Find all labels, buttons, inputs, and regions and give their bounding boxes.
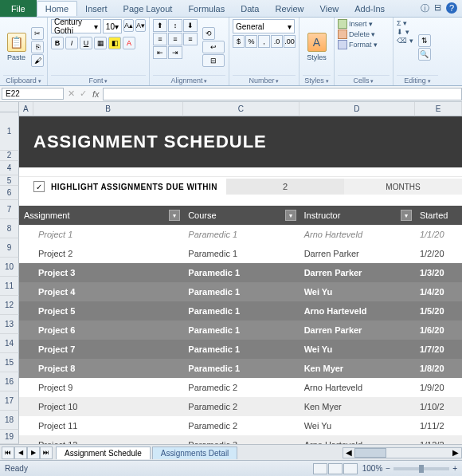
paste-button[interactable]: 📋 Paste (3, 19, 29, 75)
cancel-formula-icon[interactable]: ✕ (65, 89, 77, 99)
cell[interactable]: Project 1 (33, 225, 183, 244)
italic-button[interactable]: I (65, 37, 78, 49)
col-header[interactable]: E (415, 102, 462, 116)
fill-color-button[interactable]: ◧ (108, 37, 121, 49)
filter-dropdown-icon[interactable]: ▾ (169, 210, 180, 221)
clear-button[interactable]: ⌫ ▾ (397, 37, 413, 45)
row-header[interactable]: 2 (0, 151, 19, 161)
currency-button[interactable]: $ (233, 35, 245, 48)
tab-data[interactable]: Data (233, 2, 267, 16)
cell[interactable]: Paramedic 1 (183, 263, 299, 282)
cell[interactable]: Paramedic 1 (183, 225, 299, 244)
cell[interactable] (19, 282, 33, 301)
find-select-button[interactable]: 🔍 (418, 48, 431, 61)
row-header[interactable]: 15 (0, 353, 19, 372)
col-instructor[interactable]: Instructor▾ (300, 206, 415, 225)
zoom-in-button[interactable]: + (452, 464, 457, 473)
cell[interactable]: Ken Myer (300, 397, 415, 416)
cell[interactable]: 1/2/20 (415, 244, 462, 263)
cell[interactable] (19, 321, 33, 340)
col-header[interactable]: A (19, 102, 33, 116)
cell[interactable]: 1/8/20 (415, 359, 462, 378)
horizontal-scrollbar[interactable]: ◀ ▶ (343, 447, 462, 458)
cell[interactable]: 1/3/20 (415, 263, 462, 282)
cell[interactable]: Ken Myer (300, 359, 415, 378)
cell[interactable]: Paramedic 3 (183, 435, 299, 444)
cell[interactable]: Project 4 (33, 282, 183, 301)
cell[interactable]: Paramedic 1 (183, 282, 299, 301)
table-row[interactable]: Project 9Paramedic 2Arno Harteveld1/9/20 (19, 378, 462, 397)
help-question-icon[interactable]: ? (446, 2, 457, 14)
delete-cells-button[interactable]: Delete ▾ (338, 30, 378, 39)
cell[interactable]: 1/10/2 (415, 397, 462, 416)
row-header[interactable]: 4 (0, 161, 19, 175)
cell[interactable]: Paramedic 1 (183, 359, 299, 378)
row-header[interactable]: 19 (0, 430, 19, 444)
cell[interactable] (19, 359, 33, 378)
col-header[interactable]: B (33, 102, 184, 116)
prev-sheet-button[interactable]: ◀ (14, 446, 27, 459)
enter-formula-icon[interactable]: ✓ (77, 89, 89, 99)
cell[interactable]: Wei Yu (300, 416, 415, 435)
formula-input[interactable] (103, 88, 462, 100)
cut-button[interactable]: ✂ (31, 27, 44, 40)
wrap-text-button[interactable]: ↩ (202, 41, 225, 53)
cell[interactable]: Wei Yu (300, 340, 415, 359)
cell[interactable] (19, 225, 33, 244)
cell[interactable] (19, 301, 33, 321)
underline-button[interactable]: U (80, 37, 92, 49)
grow-font-button[interactable]: A▴ (123, 19, 134, 32)
cell[interactable]: 1/11/2 (415, 416, 462, 435)
font-color-button[interactable]: A (123, 37, 135, 49)
cell[interactable]: Project 2 (33, 244, 183, 263)
row-header[interactable]: 14 (0, 334, 19, 353)
tab-review[interactable]: Review (267, 2, 311, 16)
table-row[interactable]: Project 7Paramedic 1Wei Yu1/7/20 (19, 340, 462, 359)
table-row[interactable]: Project 5Paramedic 1Arno Harteveld1/5/20 (19, 301, 462, 321)
table-row[interactable]: Project 2Paramedic 1Darren Parker1/2/20 (19, 244, 462, 263)
format-cells-button[interactable]: Format ▾ (338, 40, 378, 49)
help-icon[interactable]: ⓘ (421, 2, 429, 14)
cell[interactable]: Project 11 (33, 416, 183, 435)
last-sheet-button[interactable]: ⏭ (40, 446, 53, 459)
col-header[interactable]: D (300, 102, 415, 116)
cell[interactable]: 1/9/20 (415, 378, 462, 397)
cell[interactable] (19, 378, 33, 397)
table-row[interactable]: Project 3Paramedic 1Darren Parker1/3/20 (19, 263, 462, 282)
table-row[interactable]: Project 12Paramedic 3Arno Harteveld1/12/… (19, 435, 462, 444)
filter-dropdown-icon[interactable]: ▾ (401, 210, 412, 221)
tab-formulas[interactable]: Formulas (180, 2, 233, 16)
cell[interactable]: Project 10 (33, 397, 183, 416)
cell[interactable]: Project 12 (33, 435, 183, 444)
cell[interactable]: Paramedic 1 (183, 340, 299, 359)
cell[interactable]: Project 7 (33, 340, 183, 359)
cell[interactable]: Darren Parker (300, 244, 415, 263)
increase-indent-button[interactable]: ⇥ (168, 46, 182, 59)
zoom-slider[interactable] (393, 467, 449, 470)
row-header[interactable]: 9 (0, 238, 19, 258)
number-format-select[interactable]: General▾ (233, 19, 295, 33)
cell[interactable] (19, 416, 33, 435)
percent-button[interactable]: % (245, 35, 257, 48)
align-right-button[interactable]: ≡ (183, 33, 198, 45)
cell[interactable]: Project 9 (33, 378, 183, 397)
minimize-ribbon-icon[interactable]: ⊟ (434, 2, 441, 14)
row-header[interactable]: 6 (0, 186, 19, 200)
styles-button[interactable]: A Styles (303, 19, 331, 75)
cell[interactable] (19, 196, 462, 206)
tab-addins[interactable]: Add-Ins (346, 2, 393, 16)
cell[interactable] (19, 263, 33, 282)
cell[interactable]: Paramedic 2 (183, 378, 299, 397)
cell[interactable]: Paramedic 1 (183, 244, 299, 263)
cell[interactable]: Project 5 (33, 301, 183, 321)
row-header[interactable]: 17 (0, 391, 19, 411)
highlight-unit-cell[interactable]: MONTHS (344, 179, 462, 195)
tab-home[interactable]: Home (37, 1, 77, 16)
insert-cells-button[interactable]: Insert ▾ (338, 19, 378, 29)
align-center-button[interactable]: ≡ (168, 33, 182, 45)
cell[interactable]: 1/1/20 (415, 225, 462, 244)
scroll-thumb[interactable] (354, 448, 386, 458)
cell[interactable]: Paramedic 1 (183, 301, 299, 321)
highlight-value-cell[interactable]: 2 (226, 179, 344, 195)
cell[interactable]: 1/5/20 (415, 301, 462, 321)
